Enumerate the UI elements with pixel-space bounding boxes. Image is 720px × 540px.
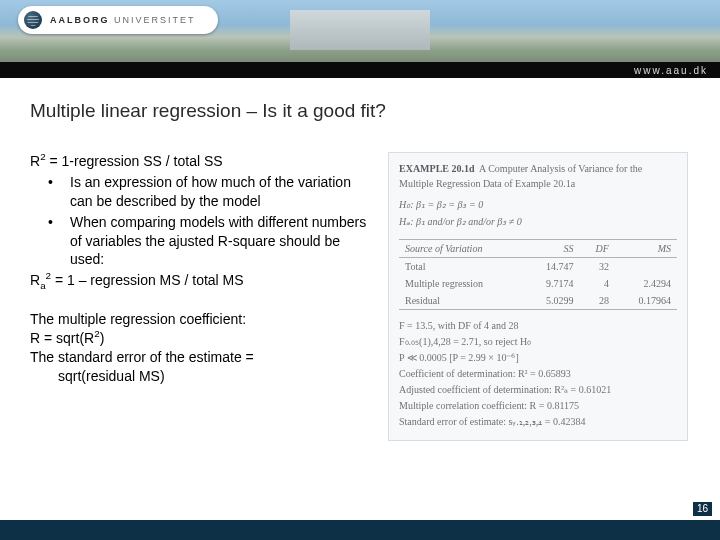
banner-bar: www.aau.dk [0,62,720,78]
ra2-formula-text: = 1 – regression MS / total MS [51,272,244,288]
th-sov: Source of Variation [399,240,525,258]
right-column: EXAMPLE 20.1d A Computer Analysis of Var… [388,152,690,441]
section-2: The multiple regression coefficient: R =… [30,310,370,386]
mrc-post: ) [100,330,105,346]
mrc-label: The multiple regression coefficient: [30,310,370,329]
mrc-formula: R = sqrt(R2) [30,329,370,348]
cell: Residual [399,292,525,310]
r2-formula: R2 = 1-regression SS / total SS [30,152,370,171]
example-head-bold: EXAMPLE 20.1d [399,163,475,174]
cell: 5.0299 [525,292,580,310]
se-label: The standard error of the estimate = [30,348,370,367]
th-ms: MS [615,240,677,258]
cell: 32 [580,258,615,276]
cell [615,258,677,276]
h0: H₀: β₁ = β₂ = β₃ = 0 [399,197,677,212]
left-column: R2 = 1-regression SS / total SS Is an ex… [30,152,370,386]
logo-bold: AALBORG [50,15,110,25]
logo-light: UNIVERSITET [114,15,196,25]
logo-text: AALBORG UNIVERSITET [50,15,196,25]
r2-formula-text: = 1-regression SS / total SS [46,153,223,169]
table-row: Residual 5.0299 28 0.17964 [399,292,677,310]
th-df: DF [580,240,615,258]
example-head: EXAMPLE 20.1d A Computer Analysis of Var… [399,161,677,191]
example-lines: F = 13.5, with DF of 4 and 28 F₀.₀₅(1),4… [399,318,677,429]
logo-icon [24,11,42,29]
logo-pill: AALBORG UNIVERSITET [18,6,218,34]
ra2-formula: Ra2 = 1 – regression MS / total MS [30,271,370,290]
banner: www.aau.dk AALBORG UNIVERSITET [0,0,720,78]
content: Multiple linear regression – Is it a goo… [0,78,720,441]
table-row: Multiple regression 9.7174 4 2.4294 [399,275,677,292]
se-formula: sqrt(residual MS) [30,367,370,386]
cell: 9.7174 [525,275,580,292]
footer-bar [0,520,720,540]
site-url: www.aau.dk [634,65,708,76]
cell: Multiple regression [399,275,525,292]
cell: 14.747 [525,258,580,276]
bullet-list: Is an expression of how much of the vari… [30,173,370,269]
mrc-pre: R = sqrt(R [30,330,94,346]
line-r2: Coefficient of determination: R² = 0.658… [399,366,677,381]
table-row: Total 14.747 32 [399,258,677,276]
cell: Total [399,258,525,276]
columns: R2 = 1-regression SS / total SS Is an ex… [30,152,690,441]
page-number: 16 [693,502,712,516]
bullet-2: When comparing models with different num… [48,213,370,270]
cell: 28 [580,292,615,310]
cell: 0.17964 [615,292,677,310]
line-r: Multiple correlation coefficient: R = 0.… [399,398,677,413]
ha: Hₐ: β₁ and/or β₂ and/or β₃ ≠ 0 [399,214,677,229]
line-f: F = 13.5, with DF of 4 and 28 [399,318,677,333]
bullet-1: Is an expression of how much of the vari… [48,173,370,211]
line-se: Standard error of estimate: sᵧ.₁,₂,₃,₄ =… [399,414,677,429]
line-p: P ≪ 0.0005 [P = 2.99 × 10⁻⁶] [399,350,677,365]
anova-table: Source of Variation SS DF MS Total 14.74… [399,239,677,310]
cell: 2.4294 [615,275,677,292]
th-ss: SS [525,240,580,258]
line-ra2: Adjusted coefficient of determination: R… [399,382,677,397]
example-box: EXAMPLE 20.1d A Computer Analysis of Var… [388,152,688,441]
page-title: Multiple linear regression – Is it a goo… [30,100,690,122]
line-fcrit: F₀.₀₅(1),4,28 = 2.71, so reject H₀ [399,334,677,349]
slide: www.aau.dk AALBORG UNIVERSITET Multiple … [0,0,720,540]
cell: 4 [580,275,615,292]
